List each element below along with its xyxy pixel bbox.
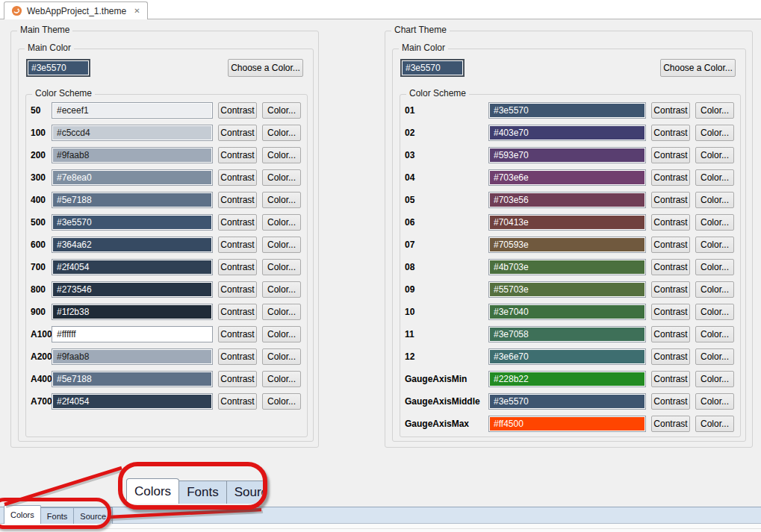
color-value-field[interactable]: #3e7040 [488, 304, 646, 320]
contrast-button[interactable]: Contrast [651, 192, 690, 208]
scheme-key-label: GaugeAxisMax [405, 419, 488, 429]
contrast-button[interactable]: Contrast [218, 125, 257, 141]
contrast-button[interactable]: Contrast [218, 214, 257, 231]
color-button[interactable]: Color... [262, 192, 301, 208]
color-value-field[interactable]: #1f2b38 [52, 304, 213, 320]
color-button[interactable]: Color... [262, 393, 301, 410]
contrast-button[interactable]: Contrast [651, 237, 690, 253]
color-button[interactable]: Color... [695, 237, 734, 253]
color-button[interactable]: Color... [695, 125, 734, 141]
color-value-field[interactable]: #273546 [52, 281, 213, 298]
color-button[interactable]: Color... [262, 102, 301, 119]
color-button[interactable]: Color... [695, 304, 734, 320]
color-value-field[interactable]: #ff4500 [488, 416, 646, 432]
color-value-field[interactable]: #3e5570 [52, 214, 213, 231]
contrast-button[interactable]: Contrast [218, 393, 257, 410]
color-button[interactable]: Color... [262, 214, 301, 231]
contrast-button[interactable]: Contrast [651, 348, 690, 365]
contrast-button[interactable]: Contrast [218, 237, 257, 253]
color-value-field[interactable]: #3e5570 [488, 102, 646, 119]
color-button[interactable]: Color... [262, 125, 301, 141]
color-button[interactable]: Color... [695, 416, 734, 432]
color-value-field[interactable]: #3e7058 [488, 326, 646, 342]
color-value-field[interactable]: #ffffff [52, 326, 213, 342]
color-button[interactable]: Color... [695, 169, 734, 186]
contrast-button[interactable]: Contrast [651, 304, 690, 320]
color-button[interactable]: Color... [695, 371, 734, 387]
color-value-field[interactable]: #4b703e [488, 259, 646, 275]
contrast-button[interactable]: Contrast [218, 192, 257, 208]
contrast-button[interactable]: Contrast [651, 169, 690, 186]
color-value-field[interactable]: #228b22 [488, 371, 646, 387]
color-value-field[interactable]: #70413e [488, 214, 646, 231]
contrast-button[interactable]: Contrast [651, 147, 690, 163]
tab-fonts[interactable]: Fonts [41, 507, 75, 524]
contrast-button[interactable]: Contrast [218, 326, 257, 342]
color-value-field[interactable]: #2f4054 [52, 393, 213, 410]
contrast-button[interactable]: Contrast [651, 214, 690, 231]
color-value-field[interactable]: #2f4054 [52, 259, 213, 275]
scheme-key-label: 01 [405, 105, 488, 116]
color-value-field[interactable]: #703e56 [488, 192, 646, 208]
close-icon[interactable]: ✕ [134, 7, 140, 15]
color-button[interactable]: Color... [695, 192, 734, 208]
color-button[interactable]: Color... [695, 393, 734, 410]
choose-a-color-button[interactable]: Choose a Color... [228, 59, 303, 77]
contrast-button[interactable]: Contrast [651, 281, 690, 298]
color-button[interactable]: Color... [262, 326, 301, 342]
contrast-button[interactable]: Contrast [218, 102, 257, 119]
contrast-button[interactable]: Contrast [218, 371, 257, 387]
color-button[interactable]: Color... [262, 169, 301, 186]
color-value-field[interactable]: #403e70 [488, 125, 646, 141]
contrast-button[interactable]: Contrast [651, 416, 690, 432]
color-button[interactable]: Color... [262, 259, 301, 275]
contrast-button[interactable]: Contrast [218, 169, 257, 186]
contrast-button[interactable]: Contrast [651, 326, 690, 342]
color-button[interactable]: Color... [262, 348, 301, 365]
contrast-button[interactable]: Contrast [218, 304, 257, 320]
color-value-field[interactable]: #c5ccd4 [52, 125, 213, 141]
color-button[interactable]: Color... [695, 102, 734, 119]
color-value-field[interactable]: #9faab8 [52, 147, 213, 163]
contrast-button[interactable]: Contrast [651, 102, 690, 119]
color-button[interactable]: Color... [695, 281, 734, 298]
contrast-button[interactable]: Contrast [651, 393, 690, 410]
color-button[interactable]: Color... [695, 259, 734, 275]
contrast-button[interactable]: Contrast [218, 259, 257, 275]
color-button[interactable]: Color... [695, 147, 734, 163]
tab-colors[interactable]: Colors [4, 505, 41, 524]
main-color-value-field[interactable]: #3e5570 [400, 59, 465, 77]
color-value-field[interactable]: #3e6e70 [488, 348, 646, 365]
contrast-button[interactable]: Contrast [218, 281, 257, 298]
main-color-value-field[interactable]: #3e5570 [26, 59, 90, 77]
color-button[interactable]: Color... [695, 214, 734, 231]
choose-a-color-button[interactable]: Choose a Color... [660, 59, 736, 77]
color-button[interactable]: Color... [695, 326, 734, 342]
color-value-field[interactable]: #eceef1 [52, 102, 213, 119]
color-value-field[interactable]: #364a62 [52, 237, 213, 253]
contrast-button[interactable]: Contrast [218, 147, 257, 163]
editor-tab[interactable]: WebAppProject_1.theme ✕ [4, 1, 148, 19]
color-value-field[interactable]: #593e70 [488, 147, 646, 163]
color-value-field[interactable]: #5e7188 [52, 192, 213, 208]
color-value-field[interactable]: #7e8ea0 [52, 169, 213, 186]
color-button[interactable]: Color... [262, 237, 301, 253]
color-value-field[interactable]: #5e7188 [52, 371, 213, 387]
color-button[interactable]: Color... [695, 348, 734, 365]
color-button[interactable]: Color... [262, 281, 301, 298]
color-button[interactable]: Color... [262, 371, 301, 387]
color-button[interactable]: Color... [262, 304, 301, 320]
color-value-field[interactable]: #55703e [488, 281, 646, 298]
scheme-key-label: GaugeAxisMiddle [405, 396, 488, 407]
color-value-field[interactable]: #703e6e [488, 169, 646, 186]
contrast-button[interactable]: Contrast [651, 125, 690, 141]
contrast-button[interactable]: Contrast [651, 371, 690, 387]
contrast-button[interactable]: Contrast [218, 348, 257, 365]
color-value-field[interactable]: #70593e [488, 237, 646, 253]
scheme-key-label: A400 [31, 374, 52, 384]
contrast-button[interactable]: Contrast [651, 259, 690, 275]
color-value-field[interactable]: #3e5570 [488, 393, 646, 410]
color-button[interactable]: Color... [262, 147, 301, 163]
color-value-field[interactable]: #9faab8 [52, 348, 213, 365]
tab-source[interactable]: Source [74, 507, 113, 524]
